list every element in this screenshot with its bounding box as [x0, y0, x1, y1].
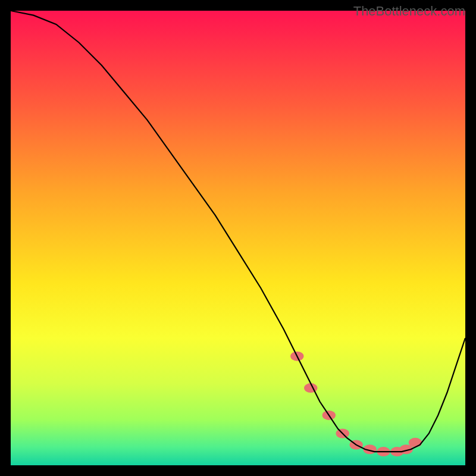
chart-plot-area [11, 11, 465, 465]
watermark-text: TheBottleneck.com [353, 4, 465, 19]
marker-dot [409, 438, 422, 447]
chart-markers [290, 352, 422, 456]
bottleneck-curve-line [11, 11, 465, 452]
chart-curve-layer [11, 11, 465, 465]
